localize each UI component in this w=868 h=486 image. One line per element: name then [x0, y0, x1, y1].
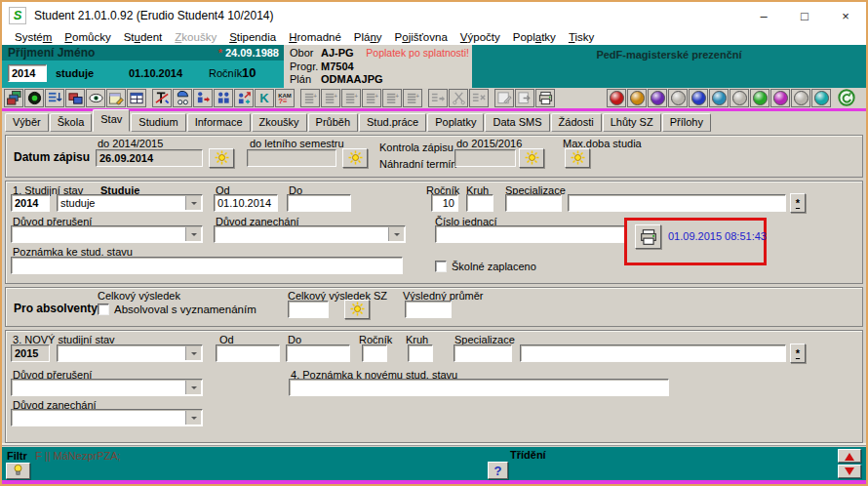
sz-field[interactable] — [288, 301, 329, 318]
spec3-list-button[interactable]: * — [790, 344, 806, 363]
menu-item-vypocty[interactable]: Výpočty — [460, 31, 500, 43]
menu-item-hromadne[interactable]: Hromadné — [289, 31, 341, 43]
enrollment-date-button[interactable] — [209, 148, 234, 168]
prumer-field[interactable] — [405, 301, 452, 318]
toolbar-button-orb-cyan[interactable] — [709, 89, 729, 107]
od-field[interactable]: 01.10.2014 — [214, 194, 278, 212]
kruh-field[interactable] — [466, 194, 493, 212]
section1-year-field[interactable]: 2014 — [11, 194, 50, 212]
chevron-down-icon[interactable] — [185, 411, 201, 425]
section3-year-field[interactable]: 2015 — [11, 344, 50, 362]
minimize-button[interactable]: – — [743, 2, 784, 29]
max-doba-button[interactable] — [565, 148, 590, 168]
toolbar-button-orb-gray-1[interactable] — [668, 89, 688, 107]
chevron-down-icon[interactable] — [185, 381, 201, 394]
rocnik3-field[interactable] — [362, 344, 387, 362]
menu-item-pojistovna[interactable]: Pojišťovna — [395, 31, 448, 43]
toolbar-button-filter-tools[interactable] — [152, 89, 172, 107]
toolbar-button-orb-blue[interactable] — [689, 89, 708, 107]
header-year-field[interactable]: 2014 — [8, 64, 47, 82]
vyznamenani-checkbox[interactable] — [98, 304, 109, 315]
toolbar-button-orb-gray-3[interactable] — [791, 89, 810, 107]
menu-item-zkousky[interactable]: Zkoušky — [175, 31, 217, 43]
scroll-down-button[interactable] — [838, 465, 861, 478]
toolbar-button-letter-k[interactable]: K — [255, 89, 274, 107]
spec-name-field[interactable] — [568, 194, 786, 212]
tab-stav[interactable]: Stav — [93, 109, 130, 132]
zanechani-select[interactable] — [214, 225, 406, 243]
spec-code-field[interactable] — [505, 194, 562, 212]
toolbar-button-orb-green[interactable] — [750, 89, 769, 107]
toolbar-button-kam-question[interactable]: KAM?≡ — [275, 89, 295, 107]
chevron-down-icon[interactable] — [388, 227, 404, 241]
tab-prubeh[interactable]: Průběh — [308, 113, 358, 132]
toolbar-button-persons[interactable] — [214, 89, 233, 107]
toolbar-button-orb-amber[interactable] — [627, 89, 647, 107]
enrollment-date-field[interactable]: 26.09.2014 — [96, 149, 203, 167]
toolbar-button-copy-cards[interactable] — [65, 89, 85, 107]
toolbar-button-orb-magenta[interactable] — [770, 89, 790, 107]
summer-field[interactable] — [247, 149, 336, 167]
tab-vyber[interactable]: Výběr — [5, 113, 49, 132]
jednaci-field[interactable] — [435, 225, 627, 243]
do-field[interactable] — [287, 194, 351, 212]
close-button[interactable]: × — [825, 2, 866, 29]
toolbar-button-orb-red[interactable] — [607, 89, 626, 107]
toolbar-button-date-edit[interactable] — [106, 89, 126, 107]
tab-poplatky[interactable]: Poplatky — [427, 113, 484, 132]
spec3-name-field[interactable] — [520, 344, 786, 362]
help-button[interactable]: ? — [488, 462, 508, 479]
sz-button[interactable] — [344, 300, 370, 319]
toolbar-button-window-grid[interactable] — [127, 89, 146, 107]
poznamka3-field[interactable] — [289, 379, 669, 396]
od3-field[interactable] — [216, 344, 280, 362]
tab-studium[interactable]: Studium — [131, 113, 185, 132]
do3-field[interactable] — [286, 344, 350, 362]
toolbar-button-print[interactable] — [535, 89, 555, 107]
toolbar-button-eye-preview[interactable] — [86, 89, 105, 107]
menu-item-stipendia[interactable]: Stipendia — [229, 31, 276, 43]
toolbar-button-record-indicator[interactable] — [24, 89, 44, 107]
filter-bulb-button[interactable] — [6, 463, 30, 479]
print-log-button[interactable] — [635, 224, 661, 249]
menu-item-pomucky[interactable]: Pomůcky — [64, 31, 110, 43]
section1-status-select[interactable]: studuje — [57, 194, 203, 212]
scroll-up-button[interactable] — [838, 449, 861, 463]
toolbar-button-stroller[interactable] — [173, 89, 192, 107]
summer-button[interactable] — [342, 148, 368, 168]
poznamka-field[interactable] — [11, 257, 403, 274]
tab-informace[interactable]: Informace — [187, 113, 251, 132]
skolne-checkbox[interactable] — [435, 261, 447, 272]
toolbar-button-person-out[interactable] — [193, 89, 213, 107]
toolbar-button-orb-teal[interactable] — [811, 89, 831, 107]
menu-item-tisky[interactable]: Tisky — [569, 31, 594, 43]
spec3-code-field[interactable] — [454, 344, 512, 362]
tab-data-sms[interactable]: Data SMS — [485, 113, 549, 132]
section3-status-select[interactable] — [57, 344, 203, 362]
to-year2-field[interactable] — [454, 149, 516, 167]
toolbar-button-refresh[interactable] — [836, 89, 856, 107]
tab-stud-prace[interactable]: Stud.práce — [359, 113, 426, 132]
toolbar-button-orb-purple[interactable] — [648, 89, 667, 107]
tab-zadosti[interactable]: Žádosti — [551, 113, 602, 132]
kruh3-field[interactable] — [408, 344, 433, 362]
maximize-button[interactable]: □ — [784, 2, 825, 29]
tab-zkousky[interactable]: Zkoušky — [252, 113, 307, 132]
chevron-down-icon[interactable] — [185, 346, 201, 360]
tab-lhuty-sz[interactable]: Lhůty SZ — [603, 113, 661, 132]
zanechani3-select[interactable] — [11, 409, 203, 426]
toolbar-button-list-rotate[interactable] — [45, 89, 64, 107]
toolbar-button-person-promote[interactable] — [234, 89, 254, 107]
chevron-down-icon[interactable] — [185, 227, 201, 241]
toolbar-button-cards-stack[interactable] — [4, 89, 23, 107]
menu-item-system[interactable]: Systém — [15, 31, 52, 43]
spec-list-button[interactable]: * — [790, 193, 806, 213]
toolbar-button-orb-gray-2[interactable] — [730, 89, 749, 107]
rocnik-field[interactable]: 10 — [431, 194, 458, 212]
preruseni3-select[interactable] — [11, 379, 203, 396]
tab-skola[interactable]: Škola — [50, 113, 93, 132]
menu-item-student[interactable]: Student — [124, 31, 163, 43]
chevron-down-icon[interactable] — [185, 196, 201, 210]
to-year2-button[interactable] — [519, 148, 544, 168]
menu-item-poplatky[interactable]: Poplatky — [513, 31, 556, 43]
